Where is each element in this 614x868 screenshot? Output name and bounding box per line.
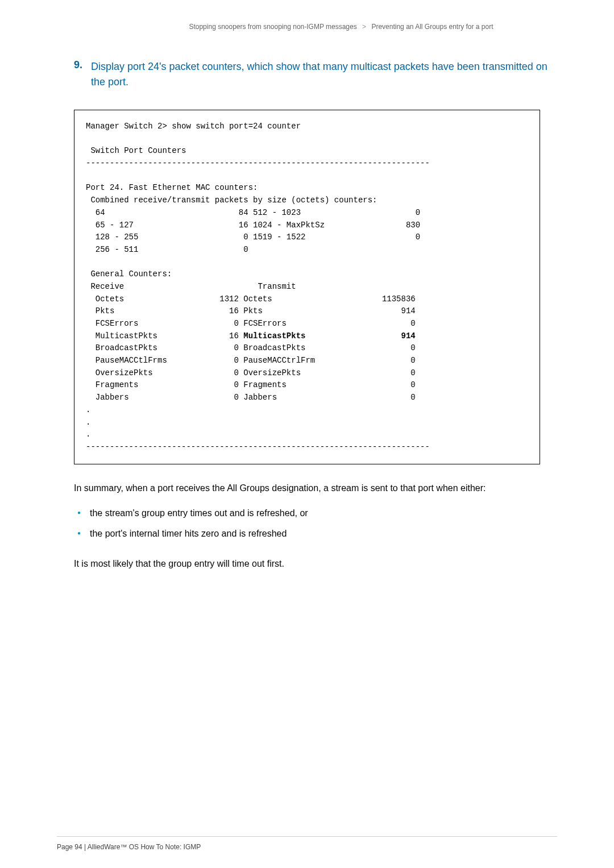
list-item: the port's internal timer hits zero and … <box>74 526 540 542</box>
breadcrumb-right: Preventing an All Groups entry for a por… <box>371 23 493 31</box>
closing-paragraph: It is most likely that the group entry w… <box>74 557 540 571</box>
step-row: 9. Display port 24's packet counters, wh… <box>57 59 557 90</box>
footer-divider <box>57 836 557 837</box>
breadcrumb-separator: > <box>362 23 366 31</box>
bullet-list: the stream's group entry times out and i… <box>74 505 540 547</box>
page-footer: Page 94 | AlliedWare™ OS How To Note: IG… <box>57 843 201 851</box>
step-text: Display port 24's packet counters, which… <box>91 59 557 90</box>
breadcrumb-left: Stopping snoopers from snooping non-IGMP… <box>189 23 356 31</box>
summary-paragraph: In summary, when a port receives the All… <box>74 481 540 495</box>
list-item: the stream's group entry times out and i… <box>74 505 540 522</box>
breadcrumb: Stopping snoopers from snooping non-IGMP… <box>57 23 557 31</box>
terminal-output: Manager Switch 2> show switch port=24 co… <box>74 110 540 464</box>
step-number: 9. <box>74 59 91 90</box>
